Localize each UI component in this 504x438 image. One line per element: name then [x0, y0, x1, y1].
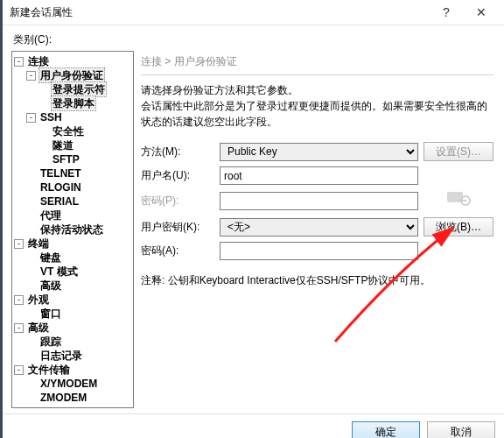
svg-rect-2 [459, 200, 466, 201]
tree-telnet[interactable]: TELNET [38, 166, 83, 180]
tree-trace[interactable]: 跟踪 [38, 335, 63, 349]
password-input [220, 192, 418, 210]
passphrase-input[interactable] [220, 242, 418, 260]
tree-xymodem[interactable]: X/YMODEM [38, 377, 99, 391]
tree-zmodem[interactable]: ZMODEM [38, 391, 88, 405]
collapse-icon[interactable]: - [14, 295, 24, 305]
tree-ssh[interactable]: SSH [38, 110, 64, 124]
userkey-label: 用户密钥(K): [141, 220, 214, 235]
method-select[interactable]: Public Key [220, 143, 418, 161]
tree-keyboard[interactable]: 键盘 [38, 251, 63, 265]
collapse-icon[interactable]: - [26, 71, 36, 81]
tree-vtmode[interactable]: VT 模式 [38, 265, 80, 279]
browse-button[interactable]: 浏览(B)… [424, 217, 494, 237]
category-tree[interactable]: -连接 -用户身份验证 登录提示符 登录脚本 -SSH 安全性 隧道 [11, 51, 134, 408]
title-bar: 新建会话属性 ? ✕ [3, 0, 504, 25]
tree-sftp[interactable]: SFTP [51, 152, 81, 166]
ok-button[interactable]: 确定 [352, 421, 420, 438]
username-input[interactable] [220, 166, 418, 185]
tree-connection[interactable]: 连接 [26, 54, 51, 68]
tree-keepalive[interactable]: 保持活动状态 [38, 223, 105, 237]
settings-button[interactable]: 设置(S)… [424, 142, 494, 161]
tree-window[interactable]: 窗口 [38, 307, 63, 321]
close-button[interactable]: ✕ [464, 0, 499, 25]
breadcrumb: 连接 > 用户身份验证 [141, 54, 494, 69]
settings-panel: 连接 > 用户身份验证 请选择身份验证方法和其它参数。 会话属性中此部分是为了登… [141, 51, 495, 408]
cancel-button[interactable]: 取消 [427, 421, 495, 438]
method-label: 方法(M): [141, 145, 214, 159]
collapse-icon[interactable]: - [14, 239, 24, 249]
tree-proxy[interactable]: 代理 [38, 208, 63, 223]
tree-advanced[interactable]: 高级 [26, 321, 51, 335]
help-button[interactable]: ? [429, 0, 464, 25]
tree-rlogin[interactable]: RLOGIN [38, 180, 83, 194]
collapse-icon[interactable]: - [14, 57, 24, 67]
key-icon [445, 188, 472, 212]
tree-file-transfer[interactable]: 文件传输 [26, 363, 72, 377]
tree-tunnel[interactable]: 隧道 [51, 138, 75, 152]
tree-adv-t[interactable]: 高级 [38, 279, 63, 293]
window-title: 新建会话属性 [10, 5, 429, 20]
tree-security[interactable]: 安全性 [51, 124, 86, 138]
collapse-icon[interactable]: - [26, 113, 36, 123]
dialog-buttons: 确定 取消 [3, 413, 504, 438]
separator [141, 74, 494, 75]
collapse-icon[interactable]: - [14, 365, 24, 375]
category-label: 类别(C): [13, 32, 495, 47]
password-label: 密码(P): [141, 194, 214, 208]
note-text: 注释: 公钥和Keyboard Interactive仅在SSH/SFTP协议中… [141, 272, 494, 288]
collapse-icon[interactable]: - [14, 323, 24, 333]
tree-terminal[interactable]: 终端 [26, 237, 51, 251]
tree-login-script[interactable]: 登录脚本 [51, 95, 96, 111]
username-label: 用户名(U): [141, 168, 214, 183]
description: 请选择身份验证方法和其它参数。 会话属性中此部分是为了登录过程更便捷而提供的。如… [141, 82, 494, 130]
tree-appearance[interactable]: 外观 [26, 293, 51, 307]
passphrase-label: 密码(A): [141, 244, 214, 258]
userkey-select[interactable]: <无> [220, 218, 418, 237]
tree-serial[interactable]: SERIAL [38, 194, 80, 208]
tree-logging[interactable]: 日志记录 [38, 349, 84, 363]
